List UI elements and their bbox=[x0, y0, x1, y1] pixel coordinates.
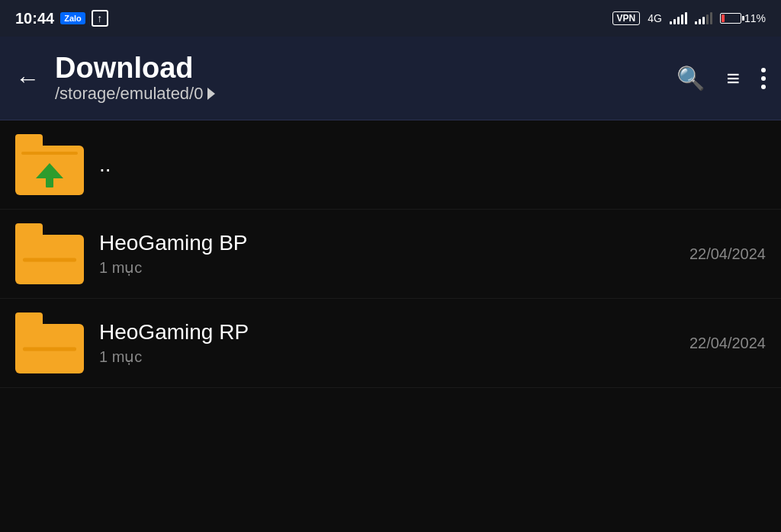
more-dot-1 bbox=[761, 68, 766, 72]
battery-container: 11% bbox=[720, 12, 766, 24]
more-button[interactable] bbox=[761, 68, 766, 89]
status-right: VPN 4G 11% bbox=[612, 11, 766, 25]
file-list: .. HeoGaming BP 1 mục 22/04/2024 bbox=[0, 120, 781, 532]
more-dot-2 bbox=[761, 76, 766, 81]
signal-bars-2 bbox=[695, 12, 712, 24]
title-section: Download /storage/emulated/0 bbox=[55, 53, 677, 104]
status-left: 10:44 Zalo ↑ bbox=[15, 10, 108, 27]
file-name: .. bbox=[99, 152, 766, 177]
page-title: Download bbox=[55, 53, 677, 85]
path-text: /storage/emulated/0 bbox=[55, 84, 203, 104]
battery-icon bbox=[720, 13, 741, 24]
network-4g: 4G bbox=[648, 12, 662, 24]
signal-bars-1 bbox=[670, 12, 687, 24]
parent-folder-icon bbox=[15, 134, 84, 195]
time-display: 10:44 bbox=[15, 10, 54, 27]
list-item[interactable]: HeoGaming BP 1 mục 22/04/2024 bbox=[0, 210, 781, 299]
search-button[interactable]: 🔍 bbox=[677, 65, 705, 91]
file-info: .. bbox=[99, 152, 766, 177]
file-info: HeoGaming RP 1 mục bbox=[99, 320, 689, 366]
list-item[interactable]: HeoGaming RP 1 mục 22/04/2024 bbox=[0, 299, 781, 388]
path-display: /storage/emulated/0 bbox=[55, 84, 677, 104]
more-dot-3 bbox=[761, 85, 766, 89]
folder-icon bbox=[15, 312, 84, 373]
zalo-badge: Zalo bbox=[60, 12, 85, 24]
battery-percent: 11% bbox=[744, 12, 766, 24]
battery-fill bbox=[722, 14, 725, 22]
vpn-badge: VPN bbox=[612, 11, 641, 25]
back-button[interactable]: ← bbox=[15, 66, 40, 91]
file-name: HeoGaming BP bbox=[99, 231, 689, 255]
app-bar: ← Download /storage/emulated/0 🔍 ≡ bbox=[0, 37, 781, 120]
file-info: HeoGaming BP 1 mục bbox=[99, 231, 689, 277]
folder-icon bbox=[15, 223, 84, 284]
list-view-button[interactable]: ≡ bbox=[726, 66, 740, 91]
status-bar: 10:44 Zalo ↑ VPN 4G 11% bbox=[0, 0, 781, 37]
file-date: 22/04/2024 bbox=[689, 335, 766, 352]
file-date: 22/04/2024 bbox=[689, 245, 766, 263]
file-name: HeoGaming RP bbox=[99, 320, 689, 345]
upload-status-icon: ↑ bbox=[92, 10, 108, 27]
path-arrow-icon bbox=[207, 88, 215, 100]
file-meta: 1 mục bbox=[99, 348, 689, 366]
list-item[interactable]: .. bbox=[0, 120, 781, 210]
file-meta: 1 mục bbox=[99, 258, 689, 277]
app-bar-actions: 🔍 ≡ bbox=[677, 65, 766, 91]
